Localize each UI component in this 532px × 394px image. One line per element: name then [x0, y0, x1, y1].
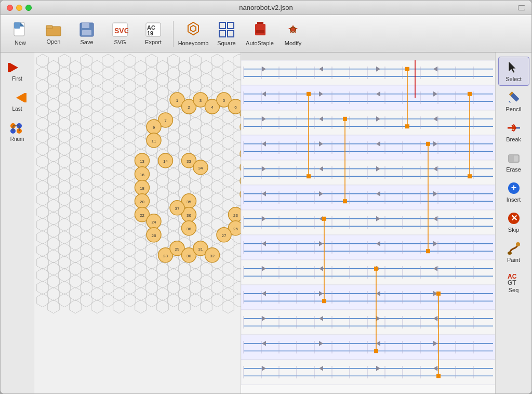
svg-marker-355: [102, 218, 114, 231]
svg-text:22: 22: [140, 213, 144, 218]
svg-text:38: 38: [187, 227, 191, 231]
square-label: Square: [217, 40, 235, 46]
svg-marker-280: [70, 187, 82, 200]
svg-marker-193: [168, 130, 180, 143]
save-icon: [79, 22, 95, 37]
svg-marker-380: [113, 237, 125, 251]
square-button[interactable]: Square: [211, 18, 242, 49]
svg-text:19: 19: [147, 30, 153, 36]
svg-marker-487: [233, 281, 241, 295]
svg-marker-505: [168, 294, 180, 307]
svg-marker-506: [179, 300, 191, 313]
svg-marker-470: [48, 287, 60, 301]
seq-tool[interactable]: AC GT Seq: [498, 268, 529, 297]
insert-icon: +: [507, 181, 521, 195]
svg-marker-221: [211, 142, 223, 156]
export-button[interactable]: AC 19 Export: [138, 18, 169, 49]
svg-marker-375: [59, 231, 71, 244]
svg-marker-93: [124, 80, 136, 93]
svg-rect-21: [257, 22, 263, 24]
svg-marker-86: [48, 86, 60, 99]
svg-marker-256: [70, 174, 82, 187]
svg-marker-376: [70, 237, 82, 251]
svg-marker-259: [102, 167, 114, 181]
svg-marker-69: [124, 67, 136, 80]
svg-marker-317: [211, 193, 223, 206]
svg-text:11: 11: [152, 139, 156, 143]
svg-marker-113: [81, 92, 92, 106]
svg-rect-22: [256, 30, 264, 33]
skip-tool[interactable]: ✕ Skip: [498, 207, 529, 237]
svg-marker-892: [509, 61, 516, 73]
svg-marker-422: [48, 262, 60, 275]
autostaple-button[interactable]: AutoStaple: [244, 18, 275, 49]
svg-marker-116: [113, 98, 125, 112]
svg-button[interactable]: SVG SVG: [104, 18, 136, 49]
svg-marker-110: [48, 98, 60, 112]
svg-marker-212: [113, 149, 125, 162]
svg-marker-247: [233, 155, 241, 168]
open-button[interactable]: Open: [38, 18, 69, 49]
close-button[interactable]: [7, 5, 13, 11]
svg-marker-164: [113, 123, 125, 137]
svg-text:7: 7: [164, 119, 167, 123]
traffic-lights: [7, 5, 32, 11]
dna-area[interactable]: [241, 52, 495, 393]
honeycomb-area[interactable]: 1234567891011121314151617181920212223242…: [34, 52, 241, 393]
save-button[interactable]: Save: [71, 18, 102, 49]
insert-tool[interactable]: + Insert: [498, 177, 529, 206]
svg-marker-134: [48, 111, 60, 124]
svg-marker-306: [91, 199, 103, 213]
seq-icon: AC GT: [507, 271, 521, 286]
svg-marker-97: [168, 80, 180, 93]
new-button[interactable]: New: [5, 18, 36, 49]
svg-marker-49: [168, 54, 180, 68]
svg-marker-316: [201, 199, 212, 213]
window-resize-button[interactable]: [518, 5, 525, 10]
open-icon: [45, 22, 62, 37]
break-tool[interactable]: Break: [498, 117, 529, 146]
modify-button[interactable]: Modify: [277, 18, 309, 49]
rnum-button[interactable]: Rnum: [3, 117, 31, 145]
erase-tool[interactable]: Erase: [498, 147, 529, 176]
svg-rect-877: [343, 117, 347, 121]
paint-tool[interactable]: Paint: [498, 238, 529, 267]
svg-marker-109: [37, 92, 49, 106]
svg-marker-233: [81, 155, 92, 168]
svg-text:GT: GT: [508, 279, 516, 286]
svg-marker-207: [59, 142, 71, 156]
svg-marker-424: [70, 262, 82, 275]
svg-marker-185: [81, 130, 92, 143]
honeycomb-button[interactable]: Honeycomb: [178, 18, 209, 49]
svg-marker-142: [135, 111, 147, 124]
svg-marker-137: [81, 104, 92, 118]
svg-marker-364: [201, 224, 212, 238]
svg-marker-170: [179, 123, 191, 137]
svg-rect-879: [405, 67, 409, 71]
pencil-tool[interactable]: Pencil: [498, 87, 529, 116]
svg-marker-493: [37, 294, 49, 307]
first-button[interactable]: First: [3, 57, 31, 85]
svg-marker-28: [16, 93, 24, 102]
svg-marker-88: [70, 86, 82, 99]
svg-text:34: 34: [198, 166, 203, 170]
svg-marker-283: [102, 180, 114, 194]
svg-marker-400: [70, 249, 82, 263]
svg-marker-508: [201, 300, 212, 313]
svg-marker-483: [190, 281, 202, 295]
svg-rect-18: [228, 31, 234, 37]
select-tool[interactable]: Select: [498, 57, 529, 86]
last-button[interactable]: Last: [3, 87, 31, 115]
svg-text:20: 20: [140, 200, 144, 204]
svg-marker-182: [48, 136, 60, 150]
svg-marker-40: [70, 60, 82, 74]
svg-text:5: 5: [223, 98, 225, 103]
svg-rect-882: [426, 249, 430, 253]
svg-marker-162: [91, 123, 103, 137]
svg-marker-92: [113, 86, 125, 99]
minimize-button[interactable]: [16, 5, 22, 11]
svg-marker-509: [211, 294, 223, 307]
rnum-icon: [8, 121, 26, 135]
svg-marker-139: [102, 104, 114, 118]
maximize-button[interactable]: [25, 5, 32, 11]
